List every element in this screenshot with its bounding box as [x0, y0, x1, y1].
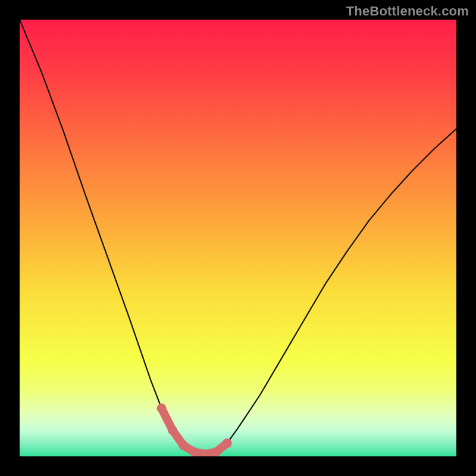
min-dot — [223, 439, 232, 448]
min-dot — [178, 441, 188, 450]
min-dot — [190, 447, 199, 456]
min-dot — [211, 447, 221, 456]
bottleneck-curve — [20, 20, 456, 454]
min-dot — [168, 425, 177, 435]
min-dot — [157, 403, 167, 413]
watermark-text: TheBottleneck.com — [346, 4, 469, 19]
plot-area — [20, 20, 456, 456]
chart-stage: TheBottleneck.com — [0, 0, 476, 476]
curve-layer — [20, 20, 456, 456]
